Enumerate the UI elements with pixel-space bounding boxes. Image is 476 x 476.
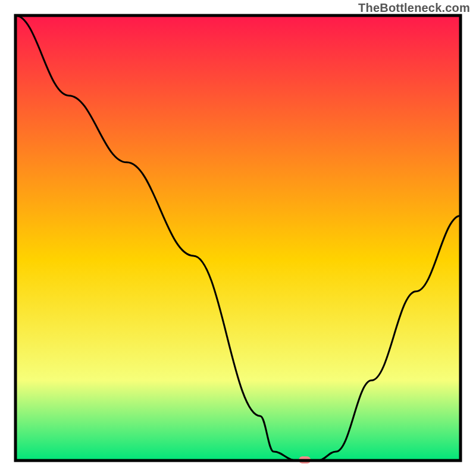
gradient-background [15,15,461,461]
plot-area [15,15,461,464]
chart-svg [0,0,476,476]
bottleneck-chart: TheBottleneck.com [0,0,476,476]
watermark-label: TheBottleneck.com [358,1,470,15]
